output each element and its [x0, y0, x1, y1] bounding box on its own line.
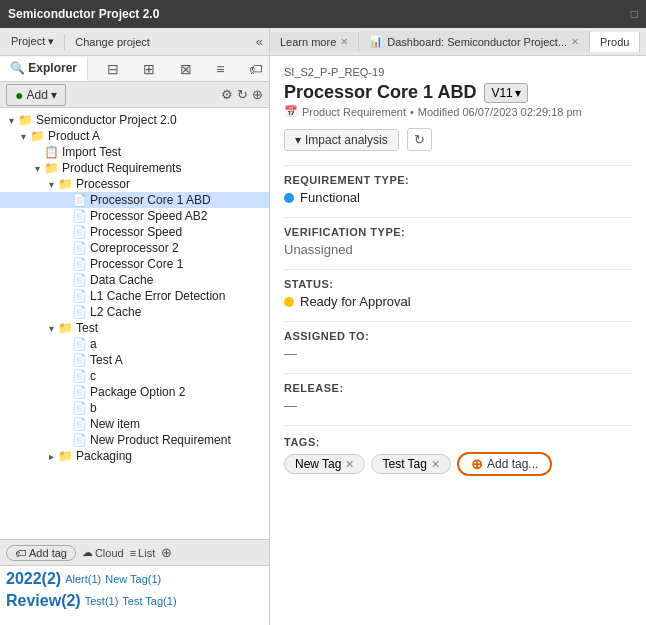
view-button[interactable]: ⊠: [174, 59, 198, 79]
list-button[interactable]: ≡: [210, 59, 230, 79]
tree-item-processor-core-1[interactable]: 📄 Processor Core 1: [0, 256, 269, 272]
processor-icon: 📁: [58, 177, 73, 191]
filter-button[interactable]: ⊟: [101, 59, 125, 79]
new-product-req-icon: 📄: [72, 433, 87, 447]
tree-item-new-product-req[interactable]: 📄 New Product Requirement: [0, 432, 269, 448]
processor-toggle[interactable]: ▾: [44, 179, 58, 190]
tree-item-product-a[interactable]: ▾ 📁 Product A: [0, 128, 269, 144]
tree-item-coreprocessor-2[interactable]: 📄 Coreprocessor 2: [0, 240, 269, 256]
tags-label: TAGS:: [284, 436, 632, 448]
l2-cache-label: L2 Cache: [90, 305, 141, 319]
l1-cache-icon: 📄: [72, 289, 87, 303]
project-menu-button[interactable]: Project ▾: [4, 32, 61, 51]
tree-item-a[interactable]: 📄 a: [0, 336, 269, 352]
c-icon: 📄: [72, 369, 87, 383]
more-icon-button[interactable]: ⊕: [252, 87, 263, 102]
refresh-icon-button[interactable]: ↻: [237, 87, 248, 102]
tree-item-l1-cache[interactable]: 📄 L1 Cache Error Detection: [0, 288, 269, 304]
collapse-button[interactable]: «: [254, 32, 265, 51]
verification-type-value: Unassigned: [284, 242, 632, 257]
right-panel: Learn more ✕ 📊 Dashboard: Semiconductor …: [270, 28, 646, 625]
change-project-button[interactable]: Change project: [68, 33, 157, 51]
grid-button[interactable]: ⊞: [137, 59, 161, 79]
tags-row: New Tag ✕ Test Tag ✕ ⊕ Add tag...: [284, 452, 632, 476]
tree-item-processor-speed[interactable]: 📄 Processor Speed: [0, 224, 269, 240]
product-req-toggle[interactable]: ▾: [30, 163, 44, 174]
add-tag-plus-icon: ⊕: [471, 456, 483, 472]
packaging-icon: 📁: [58, 449, 73, 463]
tab-produ[interactable]: Produ: [590, 32, 640, 52]
tree-root[interactable]: ▾ 📁 Semiconductor Project 2.0: [0, 112, 269, 128]
tree-item-import-test[interactable]: 📋 Import Test: [0, 144, 269, 160]
verification-type-section: VERIFICATION TYPE: Unassigned: [284, 226, 632, 257]
tree-item-c[interactable]: 📄 c: [0, 368, 269, 384]
left-toolbar: Project ▾ Change project «: [0, 28, 269, 56]
cloud-button[interactable]: ☁ Cloud: [82, 546, 124, 559]
impact-analysis-button[interactable]: ▾ Impact analysis: [284, 129, 399, 151]
tab-dashboard[interactable]: 📊 Dashboard: Semiconductor Project... ✕: [359, 31, 590, 52]
dashboard-label: Dashboard: Semiconductor Project...: [387, 36, 567, 48]
status-text: Ready for Approval: [300, 294, 411, 309]
tab-learn-more[interactable]: Learn more ✕: [270, 32, 359, 52]
req-meta: 📅 Product Requirement • Modified 06/07/2…: [284, 105, 632, 118]
dashboard-close[interactable]: ✕: [571, 36, 579, 47]
cloud-icon: ☁: [82, 546, 93, 559]
processor-core-1-icon: 📄: [72, 257, 87, 271]
coreprocessor-2-label: Coreprocessor 2: [90, 241, 179, 255]
tag-chip-new-tag-close[interactable]: ✕: [345, 458, 354, 471]
coreprocessor-2-icon: 📄: [72, 241, 87, 255]
tree-item-processor[interactable]: ▾ 📁 Processor: [0, 176, 269, 192]
refresh-button[interactable]: ↻: [407, 128, 432, 151]
product-a-folder-icon: 📁: [30, 129, 45, 143]
tag-chip-new-tag: New Tag ✕: [284, 454, 365, 474]
tag-new-tag-count[interactable]: New Tag(1): [105, 573, 161, 585]
tree-item-product-requirements[interactable]: ▾ 📁 Product Requirements: [0, 160, 269, 176]
verification-type-label: VERIFICATION TYPE:: [284, 226, 632, 238]
add-button[interactable]: ● Add ▾: [6, 84, 66, 106]
b-icon: 📄: [72, 401, 87, 415]
tag-bubbles-area: 2022(2) Alert(1) New Tag(1) Review(2) Te…: [0, 565, 269, 625]
tree-item-processor-core-1-abd[interactable]: 📄 Processor Core 1 ABD: [0, 192, 269, 208]
add-tag-button[interactable]: ⊕ Add tag...: [457, 452, 552, 476]
packaging-label: Packaging: [76, 449, 132, 463]
tag-expand-button[interactable]: ⊕: [161, 545, 172, 560]
root-toggle[interactable]: ▾: [4, 115, 18, 126]
test-label: Test: [76, 321, 98, 335]
data-cache-label: Data Cache: [90, 273, 153, 287]
tree-item-b[interactable]: 📄 b: [0, 400, 269, 416]
tab-explorer[interactable]: 🔍 Explorer: [0, 57, 88, 81]
tree-item-l2-cache[interactable]: 📄 L2 Cache: [0, 304, 269, 320]
tree-item-new-item[interactable]: 📄 New item: [0, 416, 269, 432]
tag-chip-test-tag-close[interactable]: ✕: [431, 458, 440, 471]
tree-item-test-a[interactable]: 📄 Test A: [0, 352, 269, 368]
tag-bubble-row-2: Review(2) Test(1) Test Tag(1): [6, 592, 263, 610]
tree-item-package-option-2[interactable]: 📄 Package Option 2: [0, 384, 269, 400]
product-a-toggle[interactable]: ▾: [16, 131, 30, 142]
tree-item-processor-speed-ab2[interactable]: 📄 Processor Speed AB2: [0, 208, 269, 224]
learn-more-close[interactable]: ✕: [340, 36, 348, 47]
req-type-label: REQUIREMENT TYPE:: [284, 174, 632, 186]
tree-item-packaging[interactable]: ▸ 📁 Packaging: [0, 448, 269, 464]
tag-icon-button[interactable]: 🏷: [243, 59, 269, 79]
version-badge[interactable]: V11 ▾: [484, 83, 527, 103]
packaging-toggle[interactable]: ▸: [44, 451, 58, 462]
tag-2022[interactable]: 2022(2): [6, 570, 61, 588]
top-bar: Semiconductor Project 2.0 □: [0, 0, 646, 28]
tag-chip-test-tag: Test Tag ✕: [371, 454, 450, 474]
test-a-label: Test A: [90, 353, 123, 367]
assigned-to-label: ASSIGNED TO:: [284, 330, 632, 342]
tree-item-test[interactable]: ▾ 📁 Test: [0, 320, 269, 336]
version-label: V11: [491, 86, 512, 100]
tag-review[interactable]: Review(2): [6, 592, 81, 610]
add-tag-bar-button[interactable]: 🏷 Add tag: [6, 545, 76, 561]
tree-item-data-cache[interactable]: 📄 Data Cache: [0, 272, 269, 288]
list-button[interactable]: ≡ List: [130, 547, 156, 559]
test-toggle[interactable]: ▾: [44, 323, 58, 334]
tag-test-tag-count[interactable]: Test Tag(1): [122, 595, 176, 607]
tag-alert[interactable]: Alert(1): [65, 573, 101, 585]
processor-speed-ab2-icon: 📄: [72, 209, 87, 223]
req-title: Processor Core 1 ABD: [284, 82, 476, 103]
settings-icon-button[interactable]: ⚙: [221, 87, 233, 102]
tag-test-count[interactable]: Test(1): [85, 595, 119, 607]
toolbar-separator: [64, 34, 65, 50]
